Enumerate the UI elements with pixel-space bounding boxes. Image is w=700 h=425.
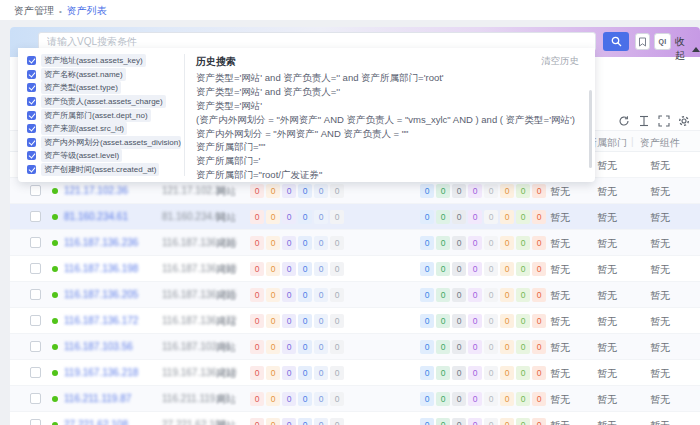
count-badge[interactable]: 0 — [516, 288, 530, 302]
count-badge[interactable]: 0 — [330, 184, 344, 198]
asset-address-link[interactable]: 27.221.62.108 — [64, 419, 128, 425]
count-badge[interactable]: 0 — [298, 366, 312, 380]
count-badge[interactable]: 0 — [314, 392, 328, 406]
count-badge[interactable]: 0 — [282, 184, 296, 198]
field-option[interactable]: 资产来源(asset.src_id) — [27, 122, 184, 136]
asset-address-link[interactable]: 116.187.136.236 — [64, 237, 138, 248]
count-badge[interactable]: 0 — [500, 262, 514, 276]
checkbox-checked-icon[interactable] — [27, 138, 36, 147]
count-badge[interactable]: 0 — [468, 366, 482, 380]
checkbox-checked-icon[interactable] — [27, 83, 36, 92]
count-badge[interactable]: 0 — [266, 340, 280, 354]
count-badge[interactable]: 0 — [468, 210, 482, 224]
count-badge[interactable]: 0 — [516, 236, 530, 250]
count-badge[interactable]: 0 — [468, 184, 482, 198]
history-item[interactable]: 资产所属部门=' — [196, 154, 579, 168]
count-badge[interactable]: 0 — [250, 418, 264, 425]
asset-address-link[interactable]: 116.187.136.198 — [64, 263, 138, 274]
history-item[interactable]: 资产类型='网站' — [196, 99, 579, 113]
count-badge[interactable]: 0 — [330, 392, 344, 406]
table-row[interactable]: 116.211.119.87 116.211.119.87 网站 000000 … — [10, 386, 700, 412]
count-badge[interactable]: 0 — [516, 184, 530, 198]
checkbox-checked-icon[interactable] — [27, 124, 36, 133]
count-badge[interactable]: 0 — [282, 392, 296, 406]
breadcrumb-section[interactable]: 资产管理 — [14, 4, 54, 18]
table-row[interactable]: 116.187.136.236 116.187.136.236 网站 00000… — [10, 230, 700, 256]
field-option[interactable]: 资产创建时间(asset.created_at) — [27, 163, 184, 177]
count-badge[interactable]: 0 — [452, 236, 466, 250]
refresh-icon[interactable] — [618, 113, 630, 125]
table-row[interactable]: 116.187.136.172 116.187.136.172 网站 00000… — [10, 308, 700, 334]
count-badge[interactable]: 0 — [330, 210, 344, 224]
count-badge[interactable]: 0 — [516, 392, 530, 406]
column-height-icon[interactable] — [638, 113, 650, 125]
count-badge[interactable]: 0 — [266, 210, 280, 224]
count-badge[interactable]: 0 — [420, 314, 434, 328]
asset-address-link[interactable]: 116.211.119.87 — [64, 393, 131, 404]
count-badge[interactable]: 0 — [314, 236, 328, 250]
count-badge[interactable]: 0 — [298, 262, 312, 276]
panel-scrollbar[interactable] — [589, 90, 592, 168]
count-badge[interactable]: 0 — [500, 184, 514, 198]
count-badge[interactable]: 0 — [452, 314, 466, 328]
count-badge[interactable]: 0 — [484, 366, 498, 380]
count-badge[interactable]: 0 — [500, 366, 514, 380]
count-badge[interactable]: 0 — [420, 366, 434, 380]
field-option[interactable]: 资产等级(asset.level) — [27, 149, 184, 163]
clear-history-button[interactable]: 清空历史 — [541, 55, 579, 68]
count-badge[interactable]: 0 — [468, 418, 482, 425]
count-badge[interactable]: 0 — [330, 418, 344, 425]
count-badge[interactable]: 0 — [500, 418, 514, 425]
fullscreen-icon[interactable] — [658, 113, 670, 125]
count-badge[interactable]: 0 — [436, 288, 450, 302]
count-badge[interactable]: 0 — [436, 184, 450, 198]
asset-address-link[interactable]: 116.187.136.172 — [64, 315, 138, 326]
count-badge[interactable]: 0 — [314, 262, 328, 276]
row-checkbox[interactable] — [30, 289, 41, 300]
count-badge[interactable]: 0 — [500, 314, 514, 328]
count-badge[interactable]: 0 — [484, 262, 498, 276]
count-badge[interactable]: 0 — [420, 236, 434, 250]
count-badge[interactable]: 0 — [250, 366, 264, 380]
count-badge[interactable]: 0 — [250, 288, 264, 302]
count-badge[interactable]: 0 — [452, 210, 466, 224]
count-badge[interactable]: 0 — [250, 314, 264, 328]
row-checkbox[interactable] — [30, 211, 41, 222]
count-badge[interactable]: 0 — [266, 314, 280, 328]
table-row[interactable]: 119.167.136.218 119.167.136.218 网站 00000… — [10, 360, 700, 386]
count-badge[interactable]: 0 — [500, 392, 514, 406]
count-badge[interactable]: 0 — [298, 340, 312, 354]
count-badge[interactable]: 0 — [484, 392, 498, 406]
count-badge[interactable]: 0 — [266, 184, 280, 198]
field-option[interactable]: 资产内外网划分(asset.assets_division) — [27, 136, 184, 150]
count-badge[interactable]: 0 — [282, 340, 296, 354]
count-badge[interactable]: 0 — [266, 366, 280, 380]
count-badge[interactable]: 0 — [420, 262, 434, 276]
count-badge[interactable]: 0 — [420, 184, 434, 198]
count-badge[interactable]: 0 — [484, 314, 498, 328]
count-badge[interactable]: 0 — [282, 236, 296, 250]
count-badge[interactable]: 0 — [250, 184, 264, 198]
row-checkbox[interactable] — [30, 237, 41, 248]
count-badge[interactable]: 0 — [282, 288, 296, 302]
row-checkbox[interactable] — [30, 263, 41, 274]
collapse-toggle[interactable]: 收起 — [675, 35, 700, 63]
count-badge[interactable]: 0 — [314, 340, 328, 354]
checkbox-checked-icon[interactable] — [27, 111, 36, 120]
count-badge[interactable]: 0 — [282, 210, 296, 224]
count-badge[interactable]: 0 — [420, 418, 434, 425]
row-checkbox[interactable] — [30, 393, 41, 404]
row-checkbox[interactable] — [30, 367, 41, 378]
count-badge[interactable]: 0 — [298, 184, 312, 198]
asset-address-link[interactable]: 119.167.136.218 — [64, 367, 138, 378]
count-badge[interactable]: 0 — [468, 236, 482, 250]
checkbox-checked-icon[interactable] — [27, 70, 36, 79]
count-badge[interactable]: 0 — [452, 184, 466, 198]
count-badge[interactable]: 0 — [420, 288, 434, 302]
count-badge[interactable]: 0 — [452, 340, 466, 354]
asset-address-link[interactable]: 116.187.103.56 — [64, 341, 133, 352]
count-badge[interactable]: 0 — [266, 392, 280, 406]
count-badge[interactable]: 0 — [436, 366, 450, 380]
history-item[interactable]: 资产所属部门="" — [196, 140, 579, 154]
count-badge[interactable]: 0 — [250, 262, 264, 276]
